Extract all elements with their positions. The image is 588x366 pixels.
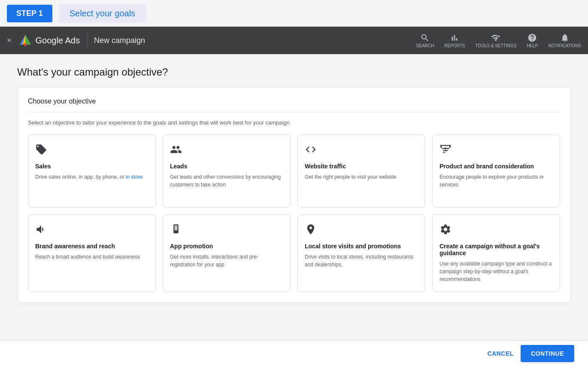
leads-title: Leads	[170, 163, 283, 170]
local-store-title: Local store visits and promotions	[305, 243, 418, 250]
help-label: HELP	[527, 43, 538, 48]
sales-icon	[35, 143, 149, 159]
nav-notifications-button[interactable]: NOTIFICATIONS	[549, 33, 581, 48]
step-badge: STEP 1	[7, 5, 52, 22]
nav-help-button[interactable]: HELP	[527, 33, 538, 48]
no-goal-title: Create a campaign without a goal's guida…	[439, 243, 553, 256]
product-brand-desc: Encourage people to explore your product…	[439, 173, 553, 189]
svg-point-2	[24, 43, 26, 46]
google-ads-logo-icon	[18, 34, 32, 47]
objective-app-promotion[interactable]: App promotion Get more installs, interac…	[163, 214, 291, 292]
objective-card-container: Choose your objective Select an objectiv…	[17, 87, 571, 303]
nav-subtitle-label: New campaign	[94, 36, 145, 45]
reports-label: REPORTS	[444, 43, 465, 48]
objective-website-traffic[interactable]: Website traffic Get the right people to …	[297, 134, 425, 207]
main-content: What's your campaign objective? Choose y…	[0, 54, 588, 311]
local-store-desc: Drive visits to local stores, including …	[305, 253, 418, 268]
app-promotion-title: App promotion	[170, 243, 283, 250]
cancel-button[interactable]: CANCEL	[488, 350, 514, 357]
sales-title: Sales	[35, 163, 149, 170]
nav-tools-button[interactable]: TOOLS & SETTINGS	[475, 33, 516, 48]
nav-divider	[87, 34, 87, 47]
step-title: Select your goals	[59, 4, 145, 23]
nav-logo: Google Ads	[18, 34, 80, 47]
nav-reports-button[interactable]: REPORTS	[444, 33, 465, 48]
brand-awareness-title: Brand awareness and reach	[35, 243, 149, 250]
nav-close-button[interactable]: ×	[7, 36, 12, 45]
svg-text:✦: ✦	[443, 146, 448, 151]
objective-leads[interactable]: Leads Get leads and other conversions by…	[163, 134, 291, 207]
top-nav: × Google Ads New campaign SEARCH REPORTS…	[0, 27, 588, 54]
search-label: SEARCH	[416, 43, 434, 48]
app-promotion-desc: Get more installs, interactions and pre-…	[170, 253, 283, 268]
continue-button[interactable]: CONTINUE	[521, 345, 574, 362]
no-goal-desc: Use any available campaign type and cons…	[439, 260, 553, 283]
product-brand-icon: ✦	[439, 143, 553, 159]
nav-search-button[interactable]: SEARCH	[416, 33, 434, 48]
objectives-grid: Sales Drive sales online, in app, by pho…	[28, 134, 560, 292]
website-traffic-icon	[305, 143, 418, 159]
sales-highlight: in store	[126, 174, 142, 180]
card-description: Select an objective to tailor your exper…	[28, 119, 560, 126]
brand-awareness-desc: Reach a broad audience and build awarene…	[35, 253, 149, 261]
step-banner: STEP 1 Select your goals	[0, 0, 588, 27]
nav-product-label: Google Ads	[36, 36, 80, 46]
local-store-icon	[305, 223, 418, 238]
svg-rect-6	[175, 226, 178, 231]
nav-actions: SEARCH REPORTS TOOLS & SETTINGS HELP NOT…	[416, 33, 581, 48]
card-header: Choose your objective	[28, 98, 560, 113]
page-title: What's your campaign objective?	[17, 66, 571, 78]
leads-icon	[170, 143, 283, 159]
objective-local-store[interactable]: Local store visits and promotions Drive …	[297, 214, 425, 292]
leads-desc: Get leads and other conversions by encou…	[170, 173, 283, 189]
svg-marker-1	[25, 35, 31, 44]
objective-no-goal[interactable]: Create a campaign without a goal's guida…	[432, 214, 560, 292]
objective-brand-awareness[interactable]: Brand awareness and reach Reach a broad …	[28, 214, 156, 292]
product-brand-title: Product and brand consideration	[439, 163, 553, 170]
brand-awareness-icon	[35, 223, 149, 238]
objective-product-brand[interactable]: ✦ Product and brand consideration Encour…	[432, 134, 560, 207]
objective-sales[interactable]: Sales Drive sales online, in app, by pho…	[28, 134, 156, 207]
no-goal-icon	[439, 223, 553, 238]
website-traffic-desc: Get the right people to visit your websi…	[305, 173, 418, 181]
notifications-label: NOTIFICATIONS	[549, 43, 581, 48]
sales-desc: Drive sales online, in app, by phone, or…	[35, 173, 149, 181]
app-promotion-icon	[170, 223, 283, 238]
tools-label: TOOLS & SETTINGS	[475, 43, 516, 48]
website-traffic-title: Website traffic	[305, 163, 418, 170]
footer: CANCEL CONTINUE	[0, 340, 588, 366]
